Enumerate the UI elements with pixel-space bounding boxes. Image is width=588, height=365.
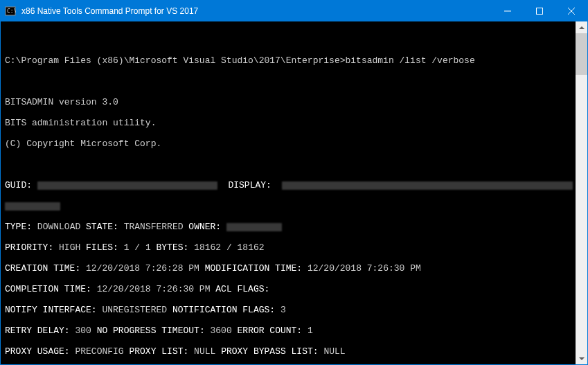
guid-label: GUID:: [5, 180, 32, 190]
blank-line: [5, 35, 571, 45]
notify-label: NOTIFY INTERFACE:: [5, 305, 97, 315]
creation-label: CREATION TIME:: [5, 263, 80, 274]
window-controls: [492, 1, 587, 21]
version-line: BITSADMIN version 3.0: [5, 97, 571, 107]
guid-line: GUID: x DISPLAY: x: [5, 180, 571, 190]
redacted-guid: x: [37, 181, 217, 190]
scrollbar-track[interactable]: [576, 33, 587, 353]
type-label: TYPE:: [5, 222, 32, 232]
priority-line: PRIORITY: HIGH FILES: 1 / 1 BYTES: 18162…: [5, 242, 571, 253]
notif-flags-value: 3: [280, 305, 286, 315]
console-area: C:\Program Files (x86)\Microsoft Visual …: [1, 21, 587, 364]
state-label: STATE:: [86, 222, 118, 232]
scrollbar-thumb[interactable]: [576, 33, 587, 75]
state-value: TRANSFERRED: [124, 222, 184, 232]
titlebar[interactable]: C:\ x86 Native Tools Command Prompt for …: [1, 1, 587, 21]
proxy-bypass-label: PROXY BYPASS LIST:: [221, 346, 318, 357]
files-label: FILES:: [86, 242, 118, 253]
errcount-value: 1: [308, 326, 313, 336]
copyright-line: (C) Copyright Microsoft Corp.: [5, 139, 571, 149]
proxy-bypass-value: NULL: [323, 346, 345, 357]
close-button[interactable]: [555, 1, 587, 21]
redacted-owner: x: [226, 223, 282, 231]
owner-label: OWNER:: [188, 222, 221, 232]
proxy-list-value: NULL: [194, 346, 215, 357]
blank-line: [5, 76, 571, 87]
scroll-down-button[interactable]: [576, 353, 587, 364]
svg-rect-3: [537, 8, 543, 15]
completion-label: COMPLETION TIME:: [5, 284, 91, 294]
errcount-label: ERROR COUNT:: [238, 326, 303, 336]
redacted-display-cont: x: [5, 202, 60, 211]
display-label: DISPLAY:: [228, 180, 271, 190]
redacted-display: x: [282, 181, 573, 190]
proxy-usage-label: PROXY USAGE:: [5, 346, 70, 357]
creation-value: 12/20/2018 7:26:28 PM: [86, 263, 199, 274]
window-title: x86 Native Tools Command Prompt for VS 2…: [20, 6, 492, 16]
maximize-button[interactable]: [524, 1, 555, 21]
command-prompt-window: C:\ x86 Native Tools Command Prompt for …: [0, 0, 588, 365]
prompt-path: C:\Program Files (x86)\Microsoft Visual …: [5, 55, 345, 66]
prompt-line: C:\Program Files (x86)\Microsoft Visual …: [5, 55, 571, 66]
app-icon: C:\: [5, 6, 16, 17]
retry-value: 300: [75, 326, 91, 336]
command-text: bitsadmin /list /verbose: [345, 55, 474, 66]
modification-label: MODIFICATION TIME:: [205, 263, 302, 274]
type-value: DOWNLOAD: [37, 222, 80, 232]
notify-value: UNREGISTERED: [102, 305, 167, 315]
proxy-usage-value: PRECONFIG: [75, 346, 123, 357]
minimize-button[interactable]: [492, 1, 524, 21]
svg-text:C:\: C:\: [7, 8, 16, 15]
guid-line-2: x: [5, 201, 571, 211]
noprog-label: NO PROGRESS TIMEOUT:: [97, 326, 205, 336]
retry-line: RETRY DELAY: 300 NO PROGRESS TIMEOUT: 36…: [5, 326, 571, 336]
blank-line: [5, 159, 571, 170]
noprog-value: 3600: [211, 326, 232, 336]
proxy-list-label: PROXY LIST:: [129, 346, 188, 357]
modification-value: 12/20/2018 7:26:30 PM: [308, 263, 421, 274]
svg-marker-7: [579, 357, 585, 360]
util-line: BITS administration utility.: [5, 118, 571, 128]
bytes-label: BYTES:: [157, 242, 189, 253]
console-output[interactable]: C:\Program Files (x86)\Microsoft Visual …: [1, 21, 576, 364]
bytes-value: 18162 / 18162: [194, 242, 264, 253]
creation-line: CREATION TIME: 12/20/2018 7:26:28 PM MOD…: [5, 263, 571, 274]
completion-value: 12/20/2018 7:26:30 PM: [97, 284, 211, 294]
priority-label: PRIORITY:: [5, 242, 53, 253]
acl-label: ACL FLAGS:: [215, 284, 269, 294]
proxy-line: PROXY USAGE: PRECONFIG PROXY LIST: NULL …: [5, 346, 571, 357]
completion-line: COMPLETION TIME: 12/20/2018 7:26:30 PM A…: [5, 284, 571, 294]
svg-marker-6: [579, 26, 585, 29]
notif-flags-label: NOTIFICATION FLAGS:: [172, 305, 275, 315]
type-line: TYPE: DOWNLOAD STATE: TRANSFERRED OWNER:…: [5, 222, 571, 232]
retry-label: RETRY DELAY:: [5, 326, 70, 336]
scroll-up-button[interactable]: [576, 21, 587, 33]
priority-value: HIGH: [59, 242, 80, 253]
files-value: 1 / 1: [124, 242, 151, 253]
notify-line: NOTIFY INTERFACE: UNREGISTERED NOTIFICAT…: [5, 305, 571, 315]
vertical-scrollbar[interactable]: [576, 21, 587, 364]
